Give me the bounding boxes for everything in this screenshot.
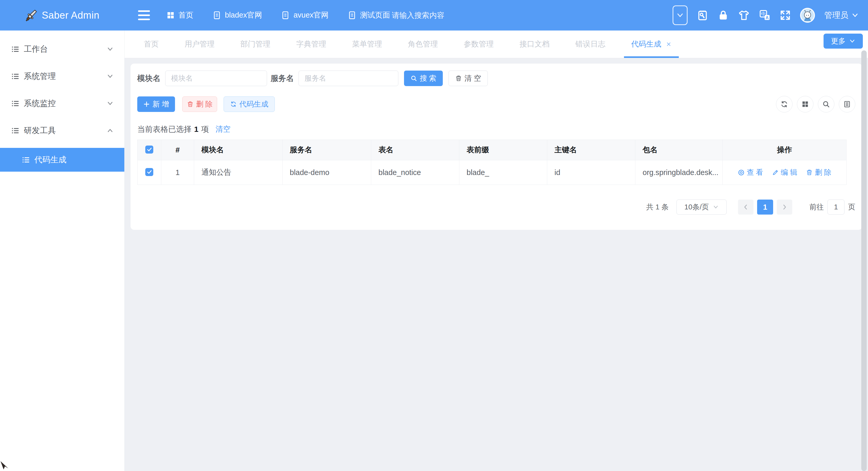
clear-filters-button[interactable]: 清 空 [448,70,488,86]
table-row: 1 通知公告 blade-demo blade_notice blade_ id… [137,160,846,185]
fullscreen-icon [780,10,791,21]
service-name-label: 服务名 [271,73,294,84]
goto-page-input[interactable] [828,199,844,215]
edit-link[interactable]: 编 辑 [772,167,798,177]
sidebar-item-workbench[interactable]: 工作台 [0,39,124,59]
trash-icon [187,101,194,107]
more-button[interactable]: 更多 [824,34,863,49]
tab-error-log[interactable]: 错误日志 [576,31,606,58]
vertical-scrollbar[interactable] [861,51,867,471]
page-number-current[interactable]: 1 [757,199,773,215]
menu-list-icon [11,99,20,108]
goto-label: 前往 [809,202,824,212]
sidebar-item-dev-tools[interactable]: 研发工具 [0,121,124,140]
grid-icon [802,100,809,108]
toggle-search-button[interactable] [818,96,834,113]
menu-list-icon [22,156,30,164]
next-page-button[interactable] [777,199,792,215]
tab-close-icon[interactable] [666,41,672,47]
chevron-down-icon [851,12,859,19]
chevron-down-icon [713,204,719,210]
app-logo[interactable]: Saber Admin [0,0,125,31]
column-settings-button[interactable] [839,96,855,113]
delete-button[interactable]: 删 除 [182,96,217,112]
tab-bar: 首页 用户管理 部门管理 字典管理 菜单管理 角色管理 参数管理 接口文档 错误… [125,31,868,58]
tab-role-management[interactable]: 角色管理 [408,31,438,58]
sidebar-item-system-monitor[interactable]: 系统监控 [0,94,124,113]
selection-count: 1 [194,125,198,134]
tab-menu-management[interactable]: 菜单管理 [352,31,382,58]
pagination-total: 共 1 条 [646,202,669,212]
view-link[interactable]: 查 看 [738,167,763,177]
toolbar-row: 新 增 删 除 代码生成 [137,96,855,112]
cell-pk: id [547,160,636,185]
document-icon [213,11,221,20]
nav-item-home[interactable]: 首页 [166,10,193,21]
top-nav: 首页 bladex官网 avuex官网 测试页面 [166,0,390,31]
language-button[interactable] [759,9,771,21]
service-name-input[interactable] [299,70,398,86]
menu-collapse-button[interactable] [138,10,150,21]
edit-pencil-icon [772,169,779,176]
avatar-icon [800,7,815,23]
header-actions: 管理员 [673,0,859,31]
codegen-table: # 模块名 服务名 表名 表前缀 主键名 包名 操作 [137,139,846,185]
row-checkbox[interactable] [145,168,153,176]
chevron-up-icon [107,127,114,134]
cell-table: blade_notice [371,160,459,185]
cell-prefix: blade_ [459,160,547,185]
refresh-table-button[interactable] [776,96,793,113]
fullscreen-button[interactable] [780,10,791,21]
tab-home[interactable]: 首页 [144,31,159,58]
app-header: Saber Admin 首页 bladex官网 avuex官网 测试页面 [0,0,868,31]
display-settings-button[interactable] [797,96,813,113]
chevron-down-icon [849,38,855,44]
tab-codegen[interactable]: 代码生成 [631,31,672,58]
user-menu[interactable]: 管理员 [824,10,859,21]
module-name-input[interactable] [165,70,267,86]
chevron-left-icon [743,204,749,210]
select-all-checkbox[interactable] [145,146,153,154]
lock-screen-button[interactable] [718,9,729,21]
chevron-down-icon [107,73,114,80]
generate-code-button[interactable]: 代码生成 [224,96,275,112]
nav-item-bladex-site[interactable]: bladex官网 [213,10,262,21]
table-tools [776,96,855,113]
tshirt-icon [738,9,750,21]
trash-icon [806,169,813,176]
page-size-select[interactable]: 10条/页 [677,199,726,215]
prev-page-button[interactable] [738,199,753,215]
search-icon [822,100,830,108]
tab-api-docs[interactable]: 接口文档 [520,31,550,58]
tab-dictionary-management[interactable]: 字典管理 [296,31,326,58]
debug-tool-button[interactable] [696,9,709,21]
nav-item-test-page[interactable]: 测试页面 [348,10,390,21]
chevron-right-icon [781,204,787,210]
sidebar-item-system-management[interactable]: 系统管理 [0,66,124,86]
clear-selection-link[interactable]: 清空 [216,124,230,134]
nav-item-avuex-site[interactable]: avuex官网 [281,10,328,21]
box-chevron-icon [673,5,688,25]
eye-icon [738,169,745,176]
lock-icon [718,9,729,21]
filter-row: 模块名 服务名 搜 索 清 空 [137,70,855,86]
tab-parameter-management[interactable]: 参数管理 [464,31,494,58]
header-search-input[interactable] [392,8,469,23]
theme-button[interactable] [738,9,750,21]
add-button[interactable]: 新 增 [137,96,175,112]
chevron-down-icon [107,46,114,53]
sidebar-subitem-codegen[interactable]: 代码生成 [0,148,124,171]
goto-unit: 页 [848,202,855,212]
search-button[interactable]: 搜 索 [404,70,443,86]
topbar-toggle-button[interactable] [673,5,688,25]
tab-user-management[interactable]: 用户管理 [185,31,215,58]
refresh-icon [780,100,788,108]
user-avatar[interactable] [800,7,815,23]
app-title: Saber Admin [42,10,99,21]
delete-link[interactable]: 删 除 [806,167,831,177]
hamburger-icon [138,10,150,12]
document-icon [281,11,290,20]
search-icon [410,75,417,82]
tab-department-management[interactable]: 部门管理 [240,31,270,58]
document-icon [348,11,356,20]
